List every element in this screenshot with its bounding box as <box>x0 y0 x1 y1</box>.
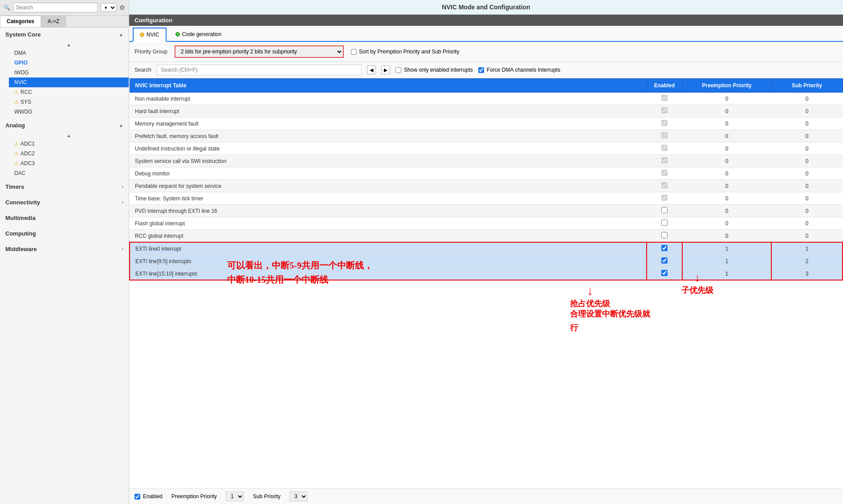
tabs-bar: NVIC Code generation <box>129 26 843 42</box>
sidebar-item-dac[interactable]: DAC <box>9 168 129 178</box>
tab-nvic[interactable]: NVIC <box>133 28 167 42</box>
tab-code-gen[interactable]: Code generation <box>168 28 229 41</box>
next-search-btn[interactable]: ▶ <box>381 65 390 74</box>
interrupt-enabled-0[interactable] <box>647 93 682 105</box>
interrupt-enabled-7[interactable] <box>647 180 682 192</box>
sidebar-item-rcc[interactable]: ⚠ RCC <box>9 87 129 97</box>
search-dropdown[interactable]: ▾ <box>101 3 117 12</box>
interrupt-name-5: System service call via SWI instruction <box>130 155 647 167</box>
interrupt-enabled-9[interactable] <box>647 205 682 217</box>
gpio-label: GPIO <box>14 60 28 66</box>
analog-items: ▲ ⚠ ADC1 ⚠ ADC2 ⚠ ADC3 DAC <box>0 132 129 178</box>
interrupt-preemption-9: 0 <box>682 205 771 217</box>
tab-categories[interactable]: Categories <box>0 16 41 27</box>
sort-checkbox-label[interactable]: Sort by Premption Priority and Sub Prior… <box>351 49 459 55</box>
interrupt-name-10: Flash global interrupt <box>130 217 647 230</box>
sort-checkbox[interactable] <box>351 49 357 55</box>
sidebar-item-adc1[interactable]: ⚠ ADC1 <box>9 139 129 149</box>
analog-scroll-up[interactable]: ▲ <box>9 132 129 139</box>
interrupt-enabled-14[interactable] <box>647 268 682 280</box>
interrupt-preemption-3: 0 <box>682 130 771 142</box>
interrupt-enabled-12[interactable] <box>647 242 682 255</box>
interrupt-preemption-11: 0 <box>682 230 771 243</box>
interrupt-name-8: Time base: System tick timer <box>130 192 647 205</box>
interrupt-enabled-10[interactable] <box>647 217 682 230</box>
status-sub-select[interactable]: 3 0 1 2 <box>289 492 308 501</box>
computing-header[interactable]: Computing <box>0 227 129 240</box>
interrupt-enabled-3[interactable] <box>647 130 682 142</box>
interrupt-enabled-4[interactable] <box>647 142 682 155</box>
sys-warning-icon: ⚠ <box>14 99 19 105</box>
interrupt-enabled-11[interactable] <box>647 230 682 243</box>
force-dma-checkbox[interactable] <box>478 67 484 73</box>
interrupt-name-2: Memory management fault <box>130 118 647 130</box>
interrupt-sub-13: 2 <box>771 255 843 268</box>
middleware-header[interactable]: Middleware › <box>0 242 129 256</box>
status-enabled-checkbox[interactable] <box>134 494 140 500</box>
interrupt-enabled-13[interactable] <box>647 255 682 268</box>
table-container: NVIC Interrupt Table Enabled Preemption … <box>129 78 843 488</box>
prev-search-btn[interactable]: ◀ <box>367 65 376 74</box>
interrupt-name-11: RCC global interrupt <box>130 230 647 243</box>
timers-arrow: › <box>122 184 123 189</box>
sidebar-item-iwdg[interactable]: IWDG <box>9 68 129 77</box>
status-preemption-select[interactable]: 1 0 2 3 <box>226 492 244 501</box>
sidebar-item-dma[interactable]: DMA <box>9 48 129 58</box>
sidebar-item-gpio[interactable]: GPIO <box>9 58 129 68</box>
timers-header[interactable]: Timers › <box>0 180 129 194</box>
scroll-up-btn[interactable]: ▲ <box>9 41 129 48</box>
sidebar-item-adc3[interactable]: ⚠ ADC3 <box>9 159 129 168</box>
analog-header[interactable]: Analog ▲ <box>0 118 129 132</box>
interrupt-preemption-14: 1 <box>682 268 771 280</box>
main-content: NVIC Mode and Configuration Configuratio… <box>129 0 843 504</box>
status-preemption-label: Preemption Priority <box>171 493 217 500</box>
interrupt-preemption-4: 0 <box>682 142 771 155</box>
search-input[interactable] <box>13 3 98 12</box>
dac-label: DAC <box>14 170 25 176</box>
priority-group-select[interactable]: 2 bits for pre-emption priority 2 bits f… <box>175 45 344 58</box>
interrupt-search-input[interactable] <box>157 65 362 75</box>
tab-az[interactable]: A->Z <box>41 16 66 27</box>
page-title: NVIC Mode and Configuration <box>442 4 530 11</box>
interrupt-sub-10: 0 <box>771 217 843 230</box>
interrupt-preemption-2: 0 <box>682 118 771 130</box>
interrupt-preemption-0: 0 <box>682 93 771 105</box>
interrupt-name-14: EXTI line[15:10] interrupts <box>130 268 647 280</box>
codegen-tab-label: Code generation <box>182 31 222 37</box>
col-preemption: Preemption Priority <box>682 79 771 93</box>
sidebar-item-sys[interactable]: ⚠ SYS <box>9 97 129 107</box>
interrupt-preemption-6: 0 <box>682 167 771 180</box>
interrupt-sub-9: 0 <box>771 205 843 217</box>
search-label: Search <box>134 67 151 73</box>
interrupt-enabled-8[interactable] <box>647 192 682 205</box>
config-label: Configuration <box>134 17 172 24</box>
sidebar-item-adc2[interactable]: ⚠ ADC2 <box>9 149 129 159</box>
nvic-dot <box>140 33 144 37</box>
connectivity-header[interactable]: Connectivity › <box>0 195 129 209</box>
interrupt-enabled-6[interactable] <box>647 167 682 180</box>
priority-group-label: Priority Group <box>134 49 167 55</box>
wwdg-label: WWDG <box>14 109 33 115</box>
adc2-warning-icon: ⚠ <box>14 151 19 157</box>
gear-icon[interactable]: ⚙ <box>119 4 125 11</box>
middleware-arrow: › <box>122 247 123 252</box>
interrupt-enabled-1[interactable] <box>647 105 682 118</box>
interrupt-sub-14: 3 <box>771 268 843 280</box>
title-bar: NVIC Mode and Configuration <box>129 0 843 15</box>
interrupt-sub-5: 0 <box>771 155 843 167</box>
interrupt-enabled-5[interactable] <box>647 155 682 167</box>
interrupt-name-6: Debug monitor <box>130 167 647 180</box>
interrupt-sub-0: 0 <box>771 93 843 105</box>
interrupt-name-1: Hard fault interrupt <box>130 105 647 118</box>
sidebar-item-nvic[interactable]: NVIC <box>9 77 129 87</box>
search-row: Search ◀ ▶ Show only enabled interrupts … <box>129 62 843 78</box>
section-connectivity: Connectivity › <box>0 195 129 209</box>
interrupt-name-4: Undefined instruction or illegal state <box>130 142 647 155</box>
interrupt-sub-11: 0 <box>771 230 843 243</box>
interrupt-enabled-2[interactable] <box>647 118 682 130</box>
sidebar-item-wwdg[interactable]: WWDG <box>9 107 129 117</box>
sys-label: SYS <box>20 99 31 105</box>
system-core-header[interactable]: System Core ▲ <box>0 28 129 41</box>
multimedia-header[interactable]: Multimedia <box>0 211 129 225</box>
show-enabled-checkbox[interactable] <box>395 67 401 73</box>
